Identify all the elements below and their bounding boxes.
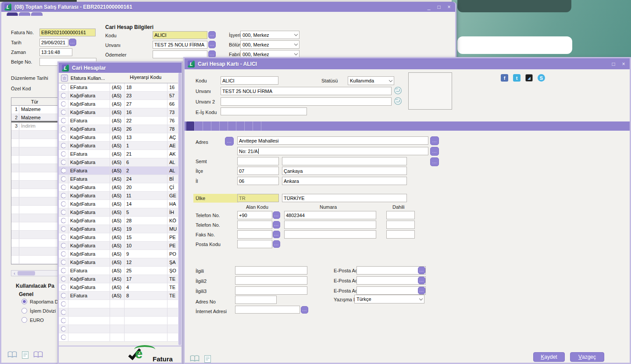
tur-table-row[interactable] <box>11 239 58 247</box>
row-selector-circle[interactable] <box>59 333 68 341</box>
tur-table-row[interactable]: 1 Malzeme <box>11 106 58 114</box>
kaydet-button[interactable]: Kaydet <box>533 352 565 362</box>
card-tab[interactable] <box>186 121 194 131</box>
cari-list-row[interactable]: KağıtFatura (AS) 20 Çİ <box>59 183 178 192</box>
cari-list-row[interactable]: EFatura (AS) 21 AK <box>59 150 178 158</box>
isyeri-select[interactable]: 000, Merkez <box>240 31 299 39</box>
photo-placeholder[interactable] <box>408 72 452 110</box>
card-tab[interactable] <box>194 121 203 131</box>
invoice-tab[interactable] <box>31 12 43 16</box>
close-icon[interactable]: × <box>620 61 627 67</box>
tur-table-row[interactable] <box>11 172 58 181</box>
adres-no-input[interactable] <box>235 296 277 304</box>
ulke-name-input[interactable]: TÜRKİYE <box>282 194 407 202</box>
row-selector-circle[interactable] <box>59 175 68 183</box>
document-icon[interactable] <box>204 355 211 363</box>
cari-list-row[interactable]: KağıtFatura (AS) 28 KÖ <box>59 217 178 225</box>
globe-icon[interactable] <box>394 86 402 95</box>
fatura-no-input[interactable]: EBR2021000000161 <box>39 29 96 36</box>
tur-table-row[interactable] <box>11 231 58 239</box>
unvani-input[interactable]: TEST 25 NOLU FİRMA <box>153 41 207 49</box>
unvani-ellipsis-button[interactable]: ... <box>208 41 216 48</box>
bolum-select[interactable]: 000, Merkez <box>240 40 299 49</box>
cari-list-row[interactable]: KağıtFatura (AS) 4 TE <box>59 283 178 292</box>
close-icon[interactable]: × <box>446 4 452 10</box>
tur-table-row[interactable]: 2 Malzeme <box>11 114 58 122</box>
tur-table-row[interactable] <box>11 256 58 264</box>
ilgili1-input[interactable] <box>235 266 307 275</box>
row-selector-circle[interactable] <box>59 225 68 233</box>
hiyerarsi-column-header[interactable]: Hiyerarşi Kodu <box>130 75 161 80</box>
adres-line1-ellipsis-button[interactable]: ... <box>430 136 439 145</box>
internet-adresi-input[interactable] <box>235 306 300 314</box>
tur-table-row[interactable] <box>11 147 58 156</box>
book-icon[interactable] <box>33 351 43 358</box>
statusu-select[interactable]: Kullanımda <box>348 76 394 85</box>
tur-table-row[interactable] <box>11 197 58 206</box>
row-selector-circle[interactable] <box>59 267 68 275</box>
semt-ellipsis-button[interactable]: ... <box>430 157 439 166</box>
yazisma-dili-select[interactable]: Türkçe <box>354 295 424 303</box>
row-selector-circle[interactable] <box>59 125 68 133</box>
cari-list-row[interactable]: EFatura (AS) 22 76 <box>59 117 178 125</box>
cari-list-vscrollbar[interactable] <box>178 73 182 345</box>
row-selector-circle[interactable] <box>59 150 68 158</box>
tur-table-row[interactable] <box>11 139 58 147</box>
cari-list-row[interactable] <box>59 325 178 333</box>
cari-list-row[interactable]: EFatura (AS) 2 AL <box>59 167 178 175</box>
row-selector-circle[interactable] <box>59 192 68 200</box>
telefon2-alan-input[interactable] <box>237 221 272 229</box>
cari-list-row[interactable]: EFatura (AS) 25 ŞO <box>59 267 178 275</box>
cari-list-row[interactable]: KağıtFatura (AS) 9 PO <box>59 250 178 258</box>
cari-list-row[interactable]: KağıtFatura (AS) 26 78 <box>59 125 178 133</box>
faks-alan-input[interactable] <box>237 230 272 239</box>
radio-euro[interactable] <box>21 317 27 323</box>
row-selector-circle[interactable] <box>59 92 68 100</box>
book-icon[interactable] <box>190 355 200 362</box>
card-tab[interactable] <box>244 121 253 131</box>
cari-list-row[interactable]: KağıtFatura (AS) 17 TE <box>59 275 178 283</box>
ilgili3-input[interactable] <box>235 286 307 295</box>
cari-list-row[interactable]: KağıtFatura (AS) 27 66 <box>59 100 178 108</box>
row-selector-circle[interactable] <box>59 108 68 116</box>
semt-code-input[interactable] <box>237 157 279 165</box>
vscroll-thumb[interactable] <box>178 73 181 345</box>
tur-table-row[interactable] <box>11 189 58 197</box>
row-selector-circle[interactable] <box>59 217 68 225</box>
posta-kodu-input[interactable] <box>237 240 272 248</box>
card-tab[interactable] <box>211 121 219 131</box>
row-selector-circle[interactable] <box>59 142 68 150</box>
row-selector-circle[interactable] <box>59 208 68 216</box>
card-tab[interactable] <box>236 121 244 131</box>
posta-kodu-ellipsis-button[interactable]: ... <box>273 240 280 248</box>
invoice-tab[interactable] <box>7 12 18 16</box>
eposta2-input[interactable] <box>356 276 426 285</box>
row-selector-circle[interactable] <box>59 300 68 308</box>
adres-line2-input[interactable]: No: 21/A <box>237 147 428 155</box>
cari-list-row[interactable]: KağıtFatura (AS) 14 HA <box>59 200 178 208</box>
row-selector-circle[interactable] <box>59 275 68 283</box>
il-name-input[interactable]: Ankara <box>282 177 407 185</box>
msn-icon[interactable]: ◢ <box>525 74 533 82</box>
kodu-ellipsis-button[interactable]: ... <box>208 31 216 39</box>
tur-table-hscrollbar[interactable]: ‹ <box>11 270 58 276</box>
tur-column-header[interactable]: Tür <box>11 98 58 106</box>
telefon2-numara-input[interactable] <box>284 221 376 229</box>
row-selector-circle[interactable] <box>59 133 68 141</box>
tur-table-row[interactable]: 3 İndirim <box>11 122 58 131</box>
efatura-column-header[interactable]: Efatura Kullan... <box>71 75 105 81</box>
row-selector-circle[interactable] <box>59 292 68 300</box>
maximize-icon[interactable]: □ <box>610 61 617 67</box>
maximize-icon[interactable]: □ <box>436 4 442 10</box>
cari-list-row[interactable]: KağıtFatura (AS) 16 73 <box>59 108 178 117</box>
row-selector-circle[interactable] <box>59 308 68 316</box>
ilgili2-input[interactable] <box>235 276 307 285</box>
card-kodu-input[interactable]: ALICI <box>221 76 278 85</box>
cari-list-row[interactable]: KağıtFatura (AS) 12 ŞA <box>59 258 178 267</box>
tur-table-row[interactable] <box>11 206 58 214</box>
telefon1-ellipsis-button[interactable]: ... <box>273 211 280 219</box>
telefon1-dahili-input[interactable] <box>386 211 415 219</box>
semt-name-input[interactable] <box>282 157 407 165</box>
cari-list-row[interactable]: KağıtFatura (AS) 11 GE <box>59 192 178 200</box>
row-selector-circle[interactable] <box>59 317 68 325</box>
